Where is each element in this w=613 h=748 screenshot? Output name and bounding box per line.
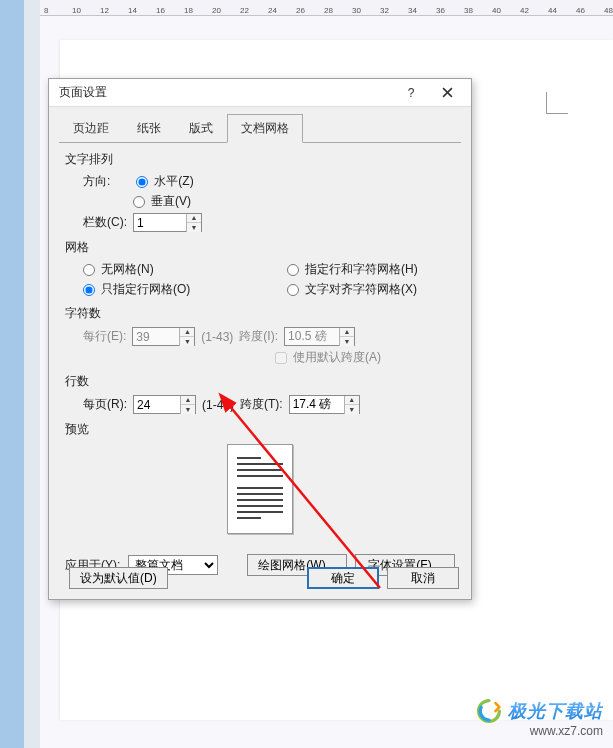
per-line-input [133, 328, 179, 345]
grid-snap-char-radio[interactable] [287, 284, 299, 296]
line-span-spinner[interactable]: ▲▼ [289, 395, 360, 414]
columns-input[interactable] [134, 214, 186, 231]
per-page-input[interactable] [134, 396, 180, 413]
dialog-titlebar: 页面设置 ? [49, 79, 471, 107]
group-line-count: 行数 [65, 369, 455, 392]
group-char-count: 字符数 [65, 301, 455, 324]
ruler-tick: 16 [156, 6, 165, 15]
ruler-tick: 18 [184, 6, 193, 15]
direction-horizontal-radio[interactable] [136, 176, 148, 188]
columns-spinner[interactable]: ▲▼ [133, 213, 202, 232]
help-button[interactable]: ? [393, 82, 429, 104]
grid-row-char-label: 指定行和字符网格(H) [305, 261, 418, 278]
grid-row-char-radio[interactable] [287, 264, 299, 276]
grid-none-label: 无网格(N) [101, 261, 154, 278]
tab-paper[interactable]: 纸张 [123, 114, 175, 143]
ruler-tick: 46 [576, 6, 585, 15]
grid-snap-char-label: 文字对齐字符网格(X) [305, 281, 417, 298]
columns-down[interactable]: ▼ [187, 223, 201, 232]
columns-up[interactable]: ▲ [187, 214, 201, 223]
line-span-input[interactable] [290, 396, 344, 413]
per-page-up[interactable]: ▲ [181, 396, 195, 405]
ruler-tick: 14 [128, 6, 137, 15]
char-span-input [285, 328, 339, 345]
ruler-tick: 44 [548, 6, 557, 15]
per-line-spinner: ▲▼ [132, 327, 195, 346]
watermark-logo-icon [476, 698, 502, 724]
grid-row-only-label: 只指定行网格(O) [101, 281, 190, 298]
horizontal-ruler: 8101214161820222426283032343638404244464… [40, 0, 613, 16]
ruler-tick: 28 [324, 6, 333, 15]
line-span-label: 跨度(T): [240, 396, 283, 413]
watermark-brand: 极光下载站 [508, 699, 603, 723]
watermark: 极光下载站 www.xz7.com [476, 698, 603, 738]
watermark-url: www.xz7.com [476, 724, 603, 738]
per-page-label: 每页(R): [83, 396, 127, 413]
ruler-tick: 30 [352, 6, 361, 15]
dialog-title: 页面设置 [59, 84, 393, 101]
direction-label: 方向: [83, 173, 110, 190]
line-span-down[interactable]: ▼ [345, 405, 359, 414]
default-span-label: 使用默认跨度(A) [293, 349, 381, 366]
ruler-tick: 48 [604, 6, 613, 15]
group-text-orientation: 文字排列 [65, 147, 455, 170]
per-page-down[interactable]: ▼ [181, 405, 195, 414]
direction-vertical-label: 垂直(V) [151, 193, 191, 210]
dialog-footer: 设为默认值(D) 确定 取消 [61, 567, 459, 589]
ruler-tick: 42 [520, 6, 529, 15]
ruler-tick: 10 [72, 6, 81, 15]
close-icon [442, 87, 453, 98]
tab-document-grid[interactable]: 文档网格 [227, 114, 303, 143]
default-span-check [275, 352, 287, 364]
tab-margins[interactable]: 页边距 [59, 114, 123, 143]
grid-none-radio[interactable] [83, 264, 95, 276]
char-span-spinner: ▲▼ [284, 327, 355, 346]
char-span-label: 跨度(I): [239, 328, 278, 345]
group-grid: 网格 [65, 235, 455, 258]
ruler-tick: 38 [464, 6, 473, 15]
per-page-range: (1-48) [202, 398, 234, 412]
tab-strip: 页边距 纸张 版式 文档网格 [49, 107, 471, 142]
dialog-body: 文字排列 方向: 水平(Z) 垂直(V) 栏数(C): ▲▼ 网格 无网格(N)… [49, 143, 471, 586]
ruler-tick: 20 [212, 6, 221, 15]
margin-corner-mark [546, 92, 568, 114]
ruler-tick: 34 [408, 6, 417, 15]
per-line-label: 每行(E): [83, 328, 126, 345]
direction-horizontal-label: 水平(Z) [154, 173, 193, 190]
close-button[interactable] [429, 82, 465, 104]
ruler-tick: 24 [268, 6, 277, 15]
ruler-tick: 36 [436, 6, 445, 15]
ok-button[interactable]: 确定 [307, 567, 379, 589]
cancel-button[interactable]: 取消 [387, 567, 459, 589]
per-page-spinner[interactable]: ▲▼ [133, 395, 196, 414]
direction-vertical-radio[interactable] [133, 196, 145, 208]
group-preview: 预览 [65, 417, 455, 440]
ruler-tick: 22 [240, 6, 249, 15]
ruler-tick: 8 [44, 6, 48, 15]
grid-row-only-radio[interactable] [83, 284, 95, 296]
tab-layout[interactable]: 版式 [175, 114, 227, 143]
preview-page [227, 444, 293, 534]
set-default-button[interactable]: 设为默认值(D) [69, 567, 168, 589]
ruler-tick: 26 [296, 6, 305, 15]
preview-box [65, 440, 455, 538]
columns-label: 栏数(C): [83, 214, 127, 231]
ruler-tick: 12 [100, 6, 109, 15]
per-line-range: (1-43) [201, 330, 233, 344]
line-span-up[interactable]: ▲ [345, 396, 359, 405]
ruler-tick: 32 [380, 6, 389, 15]
page-setup-dialog: 页面设置 ? 页边距 纸张 版式 文档网格 文字排列 方向: 水平(Z) 垂直(… [48, 78, 472, 600]
ruler-tick: 40 [492, 6, 501, 15]
